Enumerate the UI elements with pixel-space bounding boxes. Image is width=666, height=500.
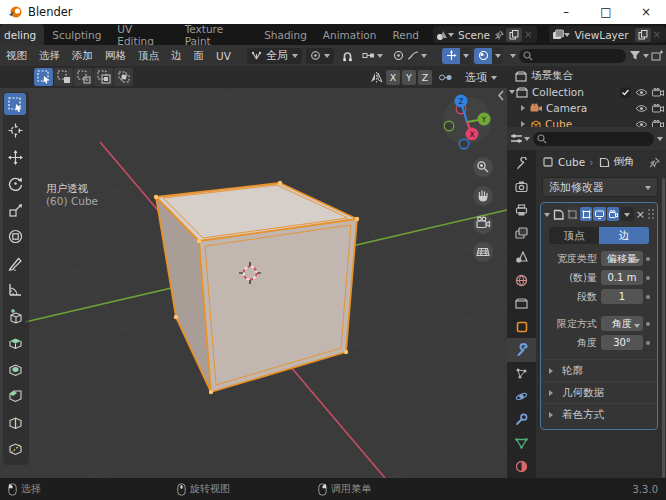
filter-icon[interactable] (629, 50, 641, 61)
tab-object-data[interactable] (507, 431, 536, 454)
menu-mesh[interactable]: 网格 (99, 49, 132, 63)
tool-select-box[interactable] (4, 93, 26, 115)
editor-type-chevron[interactable] (510, 54, 516, 61)
delete-modifier-icon[interactable]: × (636, 208, 645, 221)
tab-view-layer[interactable] (507, 222, 536, 245)
new-scene-button[interactable] (506, 28, 522, 42)
mirror-icon[interactable] (369, 71, 384, 84)
tab-constraints[interactable] (507, 408, 536, 431)
tool-rotate[interactable] (4, 173, 26, 195)
tab-shading[interactable]: Shading (256, 24, 315, 45)
width-type-dropdown[interactable]: 偏移量 (601, 251, 643, 266)
gizmo-neg-y[interactable] (444, 121, 454, 131)
tool-inset-faces[interactable] (4, 358, 26, 380)
realtime-display-toggle[interactable] (593, 207, 605, 221)
limit-method-dropdown[interactable]: 角度 (601, 316, 643, 331)
menu-edge[interactable]: 边 (165, 49, 188, 63)
disable-render-camera-icon[interactable] (652, 104, 664, 113)
tool-loop-cut[interactable] (4, 411, 26, 433)
mirror-y-button[interactable]: Y (402, 70, 416, 85)
tool-measure[interactable] (4, 279, 26, 301)
expand-collection-icon[interactable] (509, 90, 515, 97)
animate-dot[interactable] (643, 276, 653, 280)
maximize-button[interactable]: □ (586, 0, 626, 24)
breadcrumb-object[interactable]: Cube (558, 156, 585, 168)
new-view-layer-button[interactable] (635, 28, 651, 42)
properties-search-input[interactable] (533, 132, 654, 146)
expand-icon[interactable] (521, 105, 528, 111)
show-gizmo-toggle[interactable] (442, 48, 460, 64)
disable-render-camera-icon[interactable] (652, 88, 664, 97)
menu-add[interactable]: 添加 (66, 49, 99, 63)
show-overlays-toggle[interactable] (474, 48, 492, 64)
amount-input[interactable]: 0.1 m (601, 270, 643, 285)
select-mode-subtract-button[interactable] (74, 68, 93, 86)
options-dropdown[interactable]: 选项 (465, 70, 497, 85)
outliner-row-collection[interactable]: Collection (507, 84, 666, 100)
hide-eye-icon[interactable] (635, 88, 648, 97)
gizmo-neg-z[interactable] (459, 139, 469, 149)
tool-move[interactable] (4, 146, 26, 168)
tab-animation[interactable]: Animation (315, 24, 385, 45)
drag-handle-icon[interactable] (647, 208, 654, 220)
render-toggle[interactable] (607, 207, 619, 221)
animate-dot[interactable] (643, 295, 653, 299)
menu-select[interactable]: 选择 (33, 49, 66, 63)
properties-editor-icon[interactable] (510, 133, 523, 144)
panel-expand-chevron[interactable] (544, 213, 550, 220)
tab-rendering[interactable]: Rend (384, 24, 427, 45)
tab-scene[interactable] (507, 245, 536, 268)
menu-uv[interactable]: UV (210, 50, 237, 62)
view-layer-selector[interactable]: ViewLayer × (549, 26, 666, 43)
animate-dot[interactable] (643, 341, 653, 345)
properties-scrollbar[interactable] (662, 178, 665, 478)
mirror-z-button[interactable]: Z (418, 70, 432, 85)
outliner-row-scene-collection[interactable]: 场景集合 (507, 68, 666, 84)
tab-physics[interactable] (507, 385, 536, 408)
tool-add-cube[interactable] (4, 305, 26, 327)
angle-input[interactable]: 30° (601, 335, 643, 350)
outliner-search-input[interactable] (519, 49, 626, 63)
viewport-3d[interactable]: Z Y X (0, 88, 507, 478)
pin-icon[interactable] (494, 30, 504, 40)
tab-edges[interactable]: 边 (599, 227, 649, 244)
mirror-x-button[interactable]: X (386, 70, 400, 85)
hide-eye-icon[interactable] (635, 104, 648, 113)
checkbox-icon[interactable] (620, 87, 631, 98)
overlays-dropdown[interactable] (492, 48, 503, 64)
menu-vertex[interactable]: 顶点 (132, 49, 165, 63)
snap-symmetry-icon[interactable] (438, 71, 453, 84)
tab-sculpting[interactable]: Sculpting (44, 24, 109, 45)
tool-scale[interactable] (4, 199, 26, 221)
display-filter-chevron[interactable] (657, 137, 663, 144)
section-geometry[interactable]: 几何数据 (541, 381, 657, 403)
breadcrumb-modifier[interactable]: 倒角 (613, 155, 634, 169)
tool-bevel[interactable] (4, 385, 26, 407)
select-mode-extend-button[interactable] (54, 68, 73, 86)
menu-view[interactable]: 视图 (0, 49, 33, 63)
scene-selector[interactable]: Scene × (433, 26, 537, 43)
add-modifier-dropdown[interactable]: 添加修改器 (542, 177, 658, 197)
minimize-button[interactable]: – (546, 0, 586, 24)
tab-output[interactable] (507, 199, 536, 222)
select-mode-intersect-button[interactable] (114, 68, 133, 86)
tab-modeling[interactable]: deling (0, 24, 44, 45)
pin-icon[interactable] (649, 157, 660, 168)
tool-cursor[interactable] (4, 120, 26, 142)
pivot-point-dropdown[interactable] (306, 48, 334, 64)
section-profile[interactable]: 轮廓 (541, 359, 657, 381)
tool-transform[interactable] (4, 226, 26, 248)
animate-dot[interactable] (643, 257, 653, 261)
tab-particles[interactable] (507, 362, 536, 385)
tab-render[interactable] (507, 175, 536, 198)
proportional-editing-group[interactable] (389, 48, 431, 64)
tab-world[interactable] (507, 268, 536, 291)
tab-collection[interactable] (507, 292, 536, 315)
tool-extrude-region[interactable] (4, 332, 26, 354)
segments-input[interactable]: 1 (601, 289, 643, 304)
on-cage-toggle[interactable] (567, 207, 579, 221)
menu-face[interactable]: 面 (188, 49, 211, 63)
modifier-extras-dropdown[interactable] (621, 207, 633, 221)
close-button[interactable]: × (626, 0, 666, 24)
tab-material[interactable] (507, 455, 536, 478)
